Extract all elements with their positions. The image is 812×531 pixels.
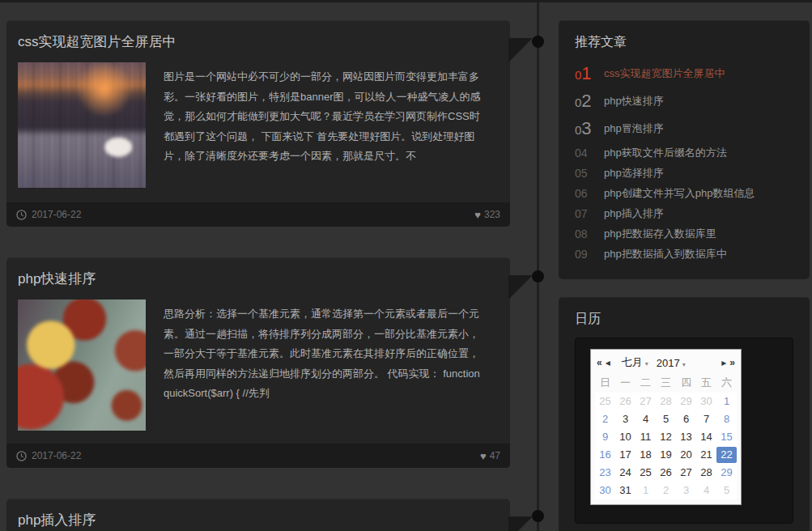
calendar-day[interactable]: 2 xyxy=(656,482,676,499)
recommend-link[interactable]: css实现超宽图片全屏居中 xyxy=(604,66,725,81)
calendar-day[interactable]: 2 xyxy=(595,411,615,427)
recommend-link[interactable]: php获取文件后缀名的方法 xyxy=(604,146,727,160)
post-footer: 2017-06-22 ♥ 323 xyxy=(6,202,510,227)
calendar-day[interactable]: 3 xyxy=(615,411,636,427)
like-button[interactable]: ♥ 47 xyxy=(480,450,500,461)
weekday-label: 四 xyxy=(676,376,696,390)
recommend-list: 01 css实现超宽图片全屏居中 02 php快速排序 03 php冒泡排序 0… xyxy=(575,60,793,264)
calendar-day[interactable]: 14 xyxy=(696,429,716,445)
post-thumbnail[interactable] xyxy=(18,299,146,431)
post-title[interactable]: php插入排序 xyxy=(6,499,510,530)
recommend-item[interactable]: 04 php获取文件后缀名的方法 xyxy=(575,142,793,163)
calendar-day[interactable]: 9 xyxy=(595,429,615,445)
like-button[interactable]: ♥ 323 xyxy=(474,209,500,220)
post-list: css实现超宽图片全屏居中 图片是一个网站中必不可少的一部分，网站因图片而变得更… xyxy=(6,20,510,531)
recommend-link[interactable]: php快速排序 xyxy=(604,94,664,108)
calendar-day[interactable]: 4 xyxy=(636,411,656,427)
recommend-rank: 02 xyxy=(575,92,604,110)
like-count: 47 xyxy=(490,450,500,461)
calendar-day[interactable]: 8 xyxy=(716,411,737,427)
next-month-icon[interactable]: ▸ xyxy=(720,357,728,368)
calendar-day[interactable]: 18 xyxy=(636,447,656,463)
calendar-day[interactable]: 27 xyxy=(676,465,696,481)
prev-year-icon[interactable]: « xyxy=(595,357,604,368)
recommend-item[interactable]: 02 php快速排序 xyxy=(575,87,793,115)
post-card: css实现超宽图片全屏居中 图片是一个网站中必不可少的一部分，网站因图片而变得更… xyxy=(6,20,510,227)
calendar-day[interactable]: 5 xyxy=(716,482,737,499)
calendar-day[interactable]: 30 xyxy=(595,482,615,499)
recommend-item[interactable]: 03 php冒泡排序 xyxy=(575,115,793,142)
next-year-icon[interactable]: » xyxy=(728,357,737,368)
calendar-day[interactable]: 26 xyxy=(615,393,636,410)
calendar-day[interactable]: 12 xyxy=(656,429,676,445)
weekday-label: 三 xyxy=(656,376,676,390)
calendar-day[interactable]: 16 xyxy=(595,447,615,463)
recommend-link[interactable]: php把数据插入到数据库中 xyxy=(604,247,727,261)
calendar-day[interactable]: 7 xyxy=(696,411,716,427)
calendar-day[interactable]: 21 xyxy=(696,447,716,463)
recommend-link[interactable]: php创建文件并写入php数组信息 xyxy=(604,186,755,201)
recommend-item[interactable]: 07 php插入排序 xyxy=(575,203,793,223)
calendar-day[interactable]: 11 xyxy=(636,429,656,445)
calendar-day[interactable]: 29 xyxy=(716,465,737,481)
recommend-item[interactable]: 01 css实现超宽图片全屏居中 xyxy=(575,60,793,87)
calendar-day[interactable]: 25 xyxy=(636,465,656,481)
calendar-day[interactable]: 28 xyxy=(696,465,716,481)
weekday-label: 日 xyxy=(595,376,615,390)
timeline-dot xyxy=(532,36,544,48)
calendar-day[interactable]: 4 xyxy=(696,482,716,499)
timeline-line xyxy=(537,2,539,531)
calendar-day[interactable]: 31 xyxy=(615,482,636,499)
month-select[interactable]: 七月 ▾ xyxy=(622,355,648,370)
recommend-link[interactable]: php选择排序 xyxy=(604,166,664,181)
calendar-day[interactable]: 15 xyxy=(716,429,737,445)
calendar-day[interactable]: 17 xyxy=(615,447,636,463)
calendar-day[interactable]: 1 xyxy=(636,482,656,499)
recommend-item[interactable]: 05 php选择排序 xyxy=(575,163,793,183)
post-date-text: 2017-06-22 xyxy=(32,209,81,220)
page: css实现超宽图片全屏居中 图片是一个网站中必不可少的一部分，网站因图片而变得更… xyxy=(0,0,812,531)
recommend-link[interactable]: php冒泡排序 xyxy=(604,121,664,136)
recommend-rank: 03 xyxy=(575,120,604,138)
post-title[interactable]: css实现超宽图片全屏居中 xyxy=(6,20,510,52)
calendar-day-selected[interactable]: 22 xyxy=(716,447,737,463)
post-title[interactable]: php快速排序 xyxy=(6,257,510,289)
recommend-item[interactable]: 08 php把数据存入数据库里 xyxy=(575,223,793,244)
recommend-item[interactable]: 09 php把数据插入到数据库中 xyxy=(575,244,793,264)
calendar-day[interactable]: 20 xyxy=(676,447,696,463)
calendar-day[interactable]: 25 xyxy=(595,393,615,410)
card-pointer-arrow xyxy=(508,38,533,62)
prev-month-icon[interactable]: ◂ xyxy=(604,357,612,368)
calendar-day[interactable]: 28 xyxy=(656,393,676,410)
chevron-down-icon: ▾ xyxy=(645,360,648,367)
calendar-day[interactable]: 24 xyxy=(615,465,636,481)
calendar-day[interactable]: 1 xyxy=(716,393,737,410)
calendar-day[interactable]: 26 xyxy=(656,465,676,481)
calendar-day[interactable]: 19 xyxy=(656,447,676,463)
sidebar: 推荐文章 01 css实现超宽图片全屏居中 02 php快速排序 03 php冒… xyxy=(559,20,810,531)
calendar-container: « ◂ 七月 ▾ 2017 ▾ ▸ » 日一二三四五六 xyxy=(575,338,793,524)
year-select[interactable]: 2017 ▾ xyxy=(657,357,686,369)
calendar-day[interactable]: 30 xyxy=(696,393,716,410)
calendar-day[interactable]: 3 xyxy=(676,482,696,499)
calendar-day[interactable]: 29 xyxy=(676,393,696,410)
recommend-link[interactable]: php插入排序 xyxy=(604,206,664,221)
post-thumbnail[interactable] xyxy=(18,62,146,188)
weekday-label: 六 xyxy=(716,376,737,390)
calendar-day[interactable]: 27 xyxy=(636,393,656,410)
post-date-text: 2017-06-22 xyxy=(32,450,81,461)
recommend-item[interactable]: 06 php创建文件并写入php数组信息 xyxy=(575,183,793,203)
recommend-rank: 04 xyxy=(575,147,604,159)
calendar-day[interactable]: 5 xyxy=(656,411,676,427)
recommend-rank: 09 xyxy=(575,249,604,260)
thumbnail-image xyxy=(18,299,146,431)
calendar-day[interactable]: 6 xyxy=(676,411,696,427)
calendar-day[interactable]: 23 xyxy=(595,465,615,481)
clock-icon xyxy=(16,451,27,461)
weekday-label: 五 xyxy=(696,376,716,390)
calendar-day[interactable]: 10 xyxy=(615,429,636,445)
recommend-rank: 07 xyxy=(575,208,604,219)
calendar-grid: 2526272829301234567891011121314151617181… xyxy=(595,393,737,499)
recommend-link[interactable]: php把数据存入数据库里 xyxy=(604,227,716,241)
calendar-day[interactable]: 13 xyxy=(676,429,696,445)
